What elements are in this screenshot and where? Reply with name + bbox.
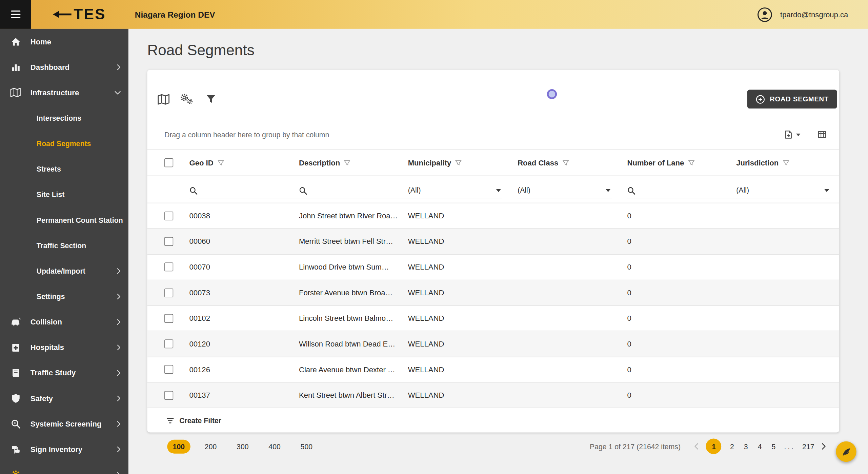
header-filter-icon[interactable] <box>217 159 224 166</box>
road-class-filter-select[interactable]: (All) <box>518 186 612 198</box>
description-filter-input[interactable] <box>312 186 409 195</box>
sidebar-item-infrastructure[interactable]: Infrastructure <box>0 80 128 105</box>
map-view-button[interactable] <box>156 92 170 106</box>
page-size-100[interactable]: 100 <box>167 440 190 454</box>
column-header-jurisdiction[interactable]: Jurisdiction <box>730 150 839 176</box>
hamburger-menu-button[interactable] <box>0 0 31 29</box>
page-size-500[interactable]: 500 <box>295 440 318 454</box>
column-header-municipality[interactable]: Municipality <box>401 150 511 176</box>
caret-down-icon <box>606 189 611 192</box>
prev-page-button[interactable] <box>694 443 699 450</box>
sidebar-item-road-segments[interactable]: Road Segments <box>0 131 128 156</box>
row-checkbox[interactable] <box>164 237 173 246</box>
column-header-geo-id[interactable]: Geo ID <box>183 150 292 176</box>
cell-number-of-lane: 0 <box>621 383 730 408</box>
page-number-217[interactable]: 217 <box>802 442 814 451</box>
column-chooser-button[interactable] <box>817 130 827 139</box>
add-road-segment-button[interactable]: ROAD SEGMENT <box>747 90 837 109</box>
sidebar-item-collision[interactable]: Collision <box>0 309 128 334</box>
table-row[interactable]: 00060 Merritt Street btwn Fell Str… WELL… <box>147 229 839 255</box>
column-header-number-of-lane[interactable]: Number of Lane <box>621 150 730 176</box>
cell-municipality: WELLAND <box>401 357 511 382</box>
chevron-right-icon <box>117 64 121 70</box>
table-row[interactable]: 00137 Kent Street btwn Albert Str… WELLA… <box>147 383 839 409</box>
sidebar-item-home[interactable]: Home <box>0 29 128 54</box>
page-number-5[interactable]: 5 <box>770 442 777 451</box>
export-button[interactable] <box>783 130 801 139</box>
jurisdiction-filter-select[interactable]: (All) <box>736 186 830 198</box>
column-header-road-class[interactable]: Road Class <box>511 150 621 176</box>
cell-number-of-lane: 0 <box>621 203 730 228</box>
row-checkbox[interactable] <box>164 365 173 374</box>
sidebar-item-streets[interactable]: Streets <box>0 156 128 182</box>
sidebar-item-sign-inventory[interactable]: Sign Inventory <box>0 436 128 462</box>
row-checkbox[interactable] <box>164 391 173 400</box>
create-filter-button[interactable]: Create Filter <box>147 408 839 433</box>
cell-road-class <box>511 280 621 305</box>
page-number-4[interactable]: 4 <box>756 442 763 451</box>
chevron-right-icon <box>117 395 121 401</box>
table-row[interactable]: 00070 Linwood Drive btwn Sum… WELLAND 0 <box>147 255 839 280</box>
sidebar: Home Dashboard Infrastructure Intersecti… <box>0 29 128 474</box>
sidebar-item-partial[interactable] <box>0 462 128 474</box>
sign-inventory-signs-icon <box>10 443 21 455</box>
row-checkbox[interactable] <box>164 288 173 297</box>
group-panel-hint: Drag a column header here to group by th… <box>164 131 329 139</box>
cell-municipality: WELLAND <box>401 229 511 254</box>
settings-gears-button[interactable] <box>180 92 194 106</box>
sidebar-item-permanent-count-station[interactable]: Permanent Count Station <box>0 207 128 233</box>
page-number-2[interactable]: 2 <box>729 442 735 451</box>
app-title: Niagara Region DEV <box>135 10 215 19</box>
cell-road-class <box>511 255 621 280</box>
table-row[interactable]: 00073 Forster Avenue btwn Broa… WELLAND … <box>147 280 839 306</box>
sidebar-item-traffic-section[interactable]: Traffic Section <box>0 233 128 258</box>
sidebar-item-dashboard[interactable]: Dashboard <box>0 54 128 80</box>
select-all-checkbox[interactable] <box>164 158 173 167</box>
cell-municipality: WELLAND <box>401 306 511 331</box>
header-filter-icon[interactable] <box>344 159 351 166</box>
cell-jurisdiction <box>730 255 839 280</box>
row-checkbox[interactable] <box>164 211 173 220</box>
geo-id-filter-input[interactable] <box>202 186 299 195</box>
page-size-200[interactable]: 200 <box>199 440 222 454</box>
table-row[interactable]: 00126 Clare Avenue btwn Dexter … WELLAND… <box>147 357 839 383</box>
sidebar-item-hospitals[interactable]: Hospitals <box>0 335 128 360</box>
page-number-3[interactable]: 3 <box>743 442 749 451</box>
page-size-400[interactable]: 400 <box>263 440 286 454</box>
sidebar-item-settings[interactable]: Settings <box>0 283 128 309</box>
header-filter-icon[interactable] <box>783 159 789 166</box>
header-filter-icon[interactable] <box>688 159 695 166</box>
table-row[interactable]: 00120 Willson Road btwn Dead E… WELLAND … <box>147 331 839 357</box>
municipality-filter-select[interactable]: (All) <box>408 186 502 198</box>
caret-down-icon <box>824 189 829 192</box>
header-filter-icon[interactable] <box>562 159 569 166</box>
sidebar-item-traffic-study[interactable]: Traffic Study <box>0 360 128 386</box>
cell-jurisdiction <box>730 280 839 305</box>
sidebar-item-safety[interactable]: Safety <box>0 386 128 411</box>
page-number-1[interactable]: 1 <box>706 439 722 454</box>
next-page-button[interactable] <box>822 443 826 450</box>
table-row[interactable]: 00102 Lincoln Street btwn Balmo… WELLAND… <box>147 306 839 332</box>
table-row[interactable]: 00038 John Street btwn River Roa… WELLAN… <box>147 203 839 229</box>
sidebar-item-intersections[interactable]: Intersections <box>0 105 128 131</box>
filter-funnel-button[interactable] <box>204 92 218 106</box>
row-checkbox[interactable] <box>164 339 173 348</box>
header-filter-icon[interactable] <box>455 159 462 166</box>
cell-description: Kent Street btwn Albert Str… <box>292 383 401 408</box>
sidebar-item-site-list[interactable]: Site List <box>0 182 128 207</box>
sidebar-item-systemic-screening[interactable]: Systemic Screening <box>0 411 128 436</box>
user-email[interactable]: tpardo@tnsgroup.ca <box>780 10 848 18</box>
cell-road-class <box>511 306 621 331</box>
plus-circle-icon <box>755 94 765 104</box>
cell-geo-id: 00060 <box>183 229 292 254</box>
sidebar-item-update-import[interactable]: Update/Import <box>0 258 128 283</box>
feather-fab-button[interactable] <box>836 441 856 462</box>
number-of-lane-filter-input[interactable] <box>640 186 737 195</box>
cell-description: Lincoln Street btwn Balmo… <box>292 306 401 331</box>
page-size-300[interactable]: 300 <box>231 440 254 454</box>
column-header-description[interactable]: Description <box>292 150 401 176</box>
user-avatar-icon[interactable] <box>758 7 772 22</box>
row-checkbox[interactable] <box>164 314 173 323</box>
row-checkbox[interactable] <box>164 263 173 272</box>
chevron-right-icon <box>117 446 121 452</box>
